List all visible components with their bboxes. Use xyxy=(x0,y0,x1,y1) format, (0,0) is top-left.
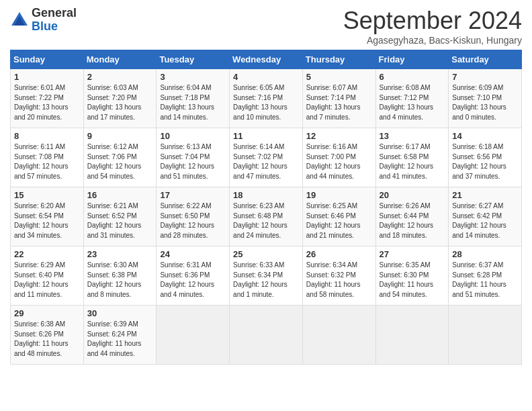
calendar-week-row: 22Sunrise: 6:29 AMSunset: 6:40 PMDayligh… xyxy=(11,246,522,306)
calendar-table: SundayMondayTuesdayWednesdayThursdayFrid… xyxy=(10,50,522,365)
calendar-cell: 27Sunrise: 6:35 AMSunset: 6:30 PMDayligh… xyxy=(375,246,449,306)
weekday-header-saturday: Saturday xyxy=(449,50,522,69)
cell-content: Sunrise: 6:07 AMSunset: 7:14 PMDaylight:… xyxy=(306,83,372,122)
calendar-cell: 1Sunrise: 6:01 AMSunset: 7:22 PMDaylight… xyxy=(11,69,84,128)
logo-text: General Blue xyxy=(32,7,77,34)
weekday-header-sunday: Sunday xyxy=(11,50,84,69)
day-number: 16 xyxy=(87,190,153,200)
cell-content: Sunrise: 6:30 AMSunset: 6:38 PMDaylight:… xyxy=(87,261,153,300)
calendar-cell: 7Sunrise: 6:09 AMSunset: 7:10 PMDaylight… xyxy=(449,69,522,128)
day-number: 21 xyxy=(452,190,518,200)
day-number: 13 xyxy=(380,131,445,141)
weekday-header-thursday: Thursday xyxy=(302,50,375,69)
day-number: 14 xyxy=(452,131,518,141)
calendar-cell: 14Sunrise: 6:18 AMSunset: 6:56 PMDayligh… xyxy=(449,128,522,187)
logo-general-text: General xyxy=(32,7,77,20)
calendar-cell: 24Sunrise: 6:31 AMSunset: 6:36 PMDayligh… xyxy=(157,246,230,306)
calendar-cell: 23Sunrise: 6:30 AMSunset: 6:38 PMDayligh… xyxy=(83,246,157,306)
cell-content: Sunrise: 6:12 AMSunset: 7:06 PMDaylight:… xyxy=(87,142,153,181)
cell-content: Sunrise: 6:29 AMSunset: 6:40 PMDaylight:… xyxy=(14,261,80,300)
cell-content: Sunrise: 6:26 AMSunset: 6:44 PMDaylight:… xyxy=(380,201,445,240)
cell-content: Sunrise: 6:03 AMSunset: 7:20 PMDaylight:… xyxy=(87,83,153,122)
day-number: 2 xyxy=(87,72,153,82)
calendar-cell: 5Sunrise: 6:07 AMSunset: 7:14 PMDaylight… xyxy=(302,69,375,128)
cell-content: Sunrise: 6:22 AMSunset: 6:50 PMDaylight:… xyxy=(160,201,226,240)
calendar-cell: 15Sunrise: 6:20 AMSunset: 6:54 PMDayligh… xyxy=(11,187,84,246)
calendar-cell: 25Sunrise: 6:33 AMSunset: 6:34 PMDayligh… xyxy=(230,246,303,306)
cell-content: Sunrise: 6:37 AMSunset: 6:28 PMDaylight:… xyxy=(452,261,518,300)
calendar-cell: 16Sunrise: 6:21 AMSunset: 6:52 PMDayligh… xyxy=(83,187,157,246)
calendar-cell xyxy=(449,306,522,365)
month-title: September 2024 xyxy=(343,7,522,35)
day-number: 8 xyxy=(14,131,80,141)
calendar-cell: 10Sunrise: 6:13 AMSunset: 7:04 PMDayligh… xyxy=(157,128,230,187)
day-number: 3 xyxy=(160,72,226,82)
calendar-week-row: 29Sunrise: 6:38 AMSunset: 6:26 PMDayligh… xyxy=(11,306,522,365)
cell-content: Sunrise: 6:31 AMSunset: 6:36 PMDaylight:… xyxy=(160,261,226,300)
day-number: 23 xyxy=(87,249,153,259)
day-number: 19 xyxy=(306,190,372,200)
page-header: General Blue September 2024 Agasegyhaza,… xyxy=(10,7,522,46)
calendar-cell: 2Sunrise: 6:03 AMSunset: 7:20 PMDaylight… xyxy=(83,69,157,128)
day-number: 25 xyxy=(233,249,299,259)
weekday-header-wednesday: Wednesday xyxy=(230,50,303,69)
day-number: 10 xyxy=(160,131,226,141)
day-number: 5 xyxy=(306,72,372,82)
calendar-cell xyxy=(157,306,230,365)
calendar-cell: 9Sunrise: 6:12 AMSunset: 7:06 PMDaylight… xyxy=(83,128,157,187)
cell-content: Sunrise: 6:05 AMSunset: 7:16 PMDaylight:… xyxy=(233,83,299,122)
day-number: 27 xyxy=(380,249,445,259)
day-number: 28 xyxy=(452,249,518,259)
weekday-header-tuesday: Tuesday xyxy=(157,50,230,69)
day-number: 17 xyxy=(160,190,226,200)
calendar-week-row: 8Sunrise: 6:11 AMSunset: 7:08 PMDaylight… xyxy=(11,128,522,187)
calendar-cell: 8Sunrise: 6:11 AMSunset: 7:08 PMDaylight… xyxy=(11,128,84,187)
cell-content: Sunrise: 6:01 AMSunset: 7:22 PMDaylight:… xyxy=(14,83,80,122)
cell-content: Sunrise: 6:25 AMSunset: 6:46 PMDaylight:… xyxy=(306,201,372,240)
day-number: 29 xyxy=(14,308,80,318)
logo-icon xyxy=(10,11,29,30)
day-number: 30 xyxy=(87,308,153,318)
cell-content: Sunrise: 6:21 AMSunset: 6:52 PMDaylight:… xyxy=(87,201,153,240)
day-number: 1 xyxy=(14,72,80,82)
day-number: 20 xyxy=(380,190,445,200)
day-number: 22 xyxy=(14,249,80,259)
day-number: 12 xyxy=(306,131,372,141)
calendar-week-row: 15Sunrise: 6:20 AMSunset: 6:54 PMDayligh… xyxy=(11,187,522,246)
cell-content: Sunrise: 6:34 AMSunset: 6:32 PMDaylight:… xyxy=(306,261,372,300)
cell-content: Sunrise: 6:33 AMSunset: 6:34 PMDaylight:… xyxy=(233,261,299,300)
cell-content: Sunrise: 6:09 AMSunset: 7:10 PMDaylight:… xyxy=(452,83,518,122)
cell-content: Sunrise: 6:38 AMSunset: 6:26 PMDaylight:… xyxy=(14,320,80,359)
cell-content: Sunrise: 6:08 AMSunset: 7:12 PMDaylight:… xyxy=(380,83,445,122)
day-number: 6 xyxy=(380,72,445,82)
day-number: 26 xyxy=(306,249,372,259)
calendar-cell: 22Sunrise: 6:29 AMSunset: 6:40 PMDayligh… xyxy=(11,246,84,306)
day-number: 7 xyxy=(452,72,518,82)
day-number: 11 xyxy=(233,131,299,141)
calendar-cell: 20Sunrise: 6:26 AMSunset: 6:44 PMDayligh… xyxy=(375,187,449,246)
cell-content: Sunrise: 6:20 AMSunset: 6:54 PMDaylight:… xyxy=(14,201,80,240)
cell-content: Sunrise: 6:04 AMSunset: 7:18 PMDaylight:… xyxy=(160,83,226,122)
calendar-week-row: 1Sunrise: 6:01 AMSunset: 7:22 PMDaylight… xyxy=(11,69,522,128)
cell-content: Sunrise: 6:11 AMSunset: 7:08 PMDaylight:… xyxy=(14,142,80,181)
weekday-header-row: SundayMondayTuesdayWednesdayThursdayFrid… xyxy=(11,50,522,69)
cell-content: Sunrise: 6:18 AMSunset: 6:56 PMDaylight:… xyxy=(452,142,518,181)
calendar-cell: 29Sunrise: 6:38 AMSunset: 6:26 PMDayligh… xyxy=(11,306,84,365)
title-block: September 2024 Agasegyhaza, Bacs-Kiskun,… xyxy=(343,7,522,46)
cell-content: Sunrise: 6:14 AMSunset: 7:02 PMDaylight:… xyxy=(233,142,299,181)
day-number: 9 xyxy=(87,131,153,141)
cell-content: Sunrise: 6:35 AMSunset: 6:30 PMDaylight:… xyxy=(380,261,445,300)
calendar-cell xyxy=(302,306,375,365)
calendar-cell: 12Sunrise: 6:16 AMSunset: 7:00 PMDayligh… xyxy=(302,128,375,187)
day-number: 4 xyxy=(233,72,299,82)
calendar-cell: 3Sunrise: 6:04 AMSunset: 7:18 PMDaylight… xyxy=(157,69,230,128)
cell-content: Sunrise: 6:23 AMSunset: 6:48 PMDaylight:… xyxy=(233,201,299,240)
day-number: 15 xyxy=(14,190,80,200)
cell-content: Sunrise: 6:17 AMSunset: 6:58 PMDaylight:… xyxy=(380,142,445,181)
calendar-cell: 30Sunrise: 6:39 AMSunset: 6:24 PMDayligh… xyxy=(83,306,157,365)
location-text: Agasegyhaza, Bacs-Kiskun, Hungary xyxy=(343,35,522,46)
cell-content: Sunrise: 6:27 AMSunset: 6:42 PMDaylight:… xyxy=(452,201,518,240)
calendar-cell: 18Sunrise: 6:23 AMSunset: 6:48 PMDayligh… xyxy=(230,187,303,246)
logo-blue-text: Blue xyxy=(32,20,77,34)
calendar-cell: 28Sunrise: 6:37 AMSunset: 6:28 PMDayligh… xyxy=(449,246,522,306)
